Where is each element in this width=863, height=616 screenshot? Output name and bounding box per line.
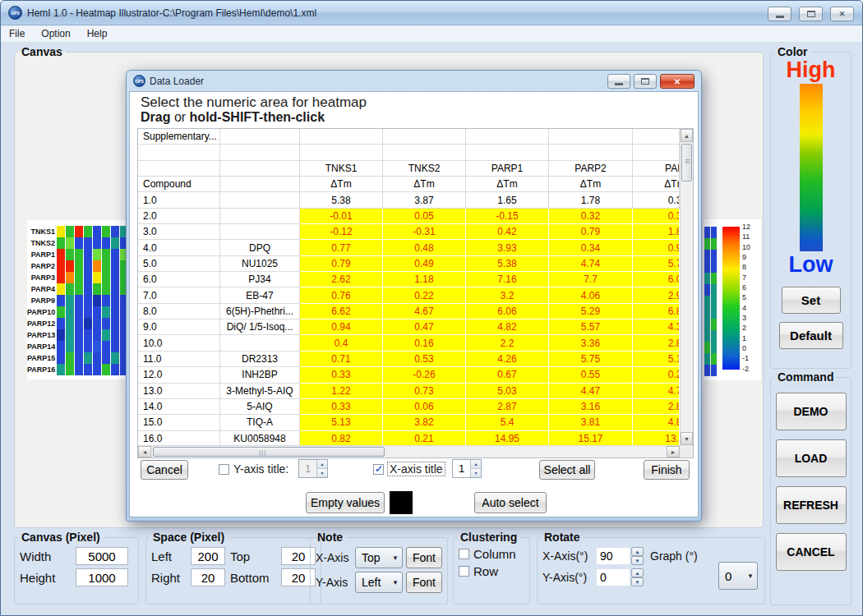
table-cell[interactable]: 5.4: [466, 415, 549, 430]
horizontal-scrollbar[interactable]: ◄ ►: [138, 445, 680, 457]
table-cell[interactable]: INH2BP: [220, 367, 300, 383]
empty-values-button[interactable]: Empty values: [306, 492, 385, 513]
table-cell[interactable]: 0.2: [633, 367, 680, 383]
table-header-cell[interactable]: Compound: [138, 177, 220, 192]
table-cell[interactable]: 0.94: [300, 319, 383, 335]
table-cell[interactable]: 3.16: [549, 399, 633, 415]
table-cell[interactable]: 0.67: [466, 367, 549, 383]
table-cell[interactable]: 0.79: [300, 256, 383, 272]
y-axis-font-button[interactable]: Font: [406, 572, 442, 593]
table-header-cell[interactable]: ΔTm: [466, 177, 549, 192]
table-header-cell[interactable]: [383, 129, 466, 145]
table-cell[interactable]: 5.13: [300, 415, 383, 430]
table-cell[interactable]: KU0058948: [220, 431, 300, 445]
close-button[interactable]: ✕: [830, 7, 854, 21]
spin-down-icon[interactable]: ▼: [471, 469, 481, 477]
table-cell[interactable]: 1.22: [300, 384, 383, 399]
table-header-cell[interactable]: [633, 145, 680, 160]
table-cell[interactable]: 8.0: [138, 304, 220, 319]
width-field[interactable]: 5000: [76, 547, 128, 565]
table-cell[interactable]: 3.2: [466, 287, 549, 303]
table-header-cell[interactable]: PARP2: [549, 161, 633, 177]
table-cell[interactable]: 3.87: [383, 192, 466, 208]
table-header-cell[interactable]: [549, 129, 633, 145]
table-header-cell[interactable]: [138, 161, 220, 177]
data-table[interactable]: Supplementary...TNKS1TNKS2PARP1PARP2PARC…: [138, 129, 680, 445]
height-field[interactable]: 1000: [76, 568, 128, 586]
table-cell[interactable]: 14.95: [466, 431, 549, 445]
table-header-cell[interactable]: [466, 129, 549, 145]
rotate-x-axis-spinner[interactable]: ▲▼: [631, 547, 644, 565]
table-cell[interactable]: 13.0: [138, 384, 220, 399]
graph-rotate-dropdown[interactable]: 0▼: [718, 562, 758, 590]
table-cell[interactable]: 16.0: [138, 431, 220, 445]
load-button[interactable]: LOAD: [776, 439, 847, 477]
space-right-field[interactable]: 20: [191, 568, 225, 586]
table-cell[interactable]: [220, 224, 300, 240]
table-cell[interactable]: [220, 209, 300, 224]
rotate-y-axis-spinner[interactable]: ▲▼: [631, 568, 644, 586]
menu-option[interactable]: Option: [33, 26, 78, 41]
spin-down-icon[interactable]: ▼: [631, 556, 644, 565]
table-cell[interactable]: 4.7: [633, 384, 680, 399]
table-cell[interactable]: TIQ-A: [220, 415, 300, 430]
table-cell[interactable]: 6(5H)-Phethri...: [220, 304, 300, 319]
table-cell[interactable]: 0.53: [383, 352, 466, 367]
table-header-cell[interactable]: TNKS1: [300, 161, 383, 177]
auto-select-button[interactable]: Auto select: [474, 492, 547, 513]
spin-up-icon[interactable]: ▲: [471, 460, 481, 469]
spin-down-icon[interactable]: ▼: [631, 577, 644, 586]
rotate-x-axis-field[interactable]: 90: [597, 548, 630, 564]
rotate-y-axis-field[interactable]: 0: [597, 569, 630, 586]
dialog-minimize-button[interactable]: [607, 74, 630, 89]
table-header-cell[interactable]: [300, 129, 383, 145]
menu-help[interactable]: Help: [79, 26, 116, 41]
table-cell[interactable]: 11.0: [138, 352, 220, 367]
set-button[interactable]: Set: [782, 287, 841, 314]
table-cell[interactable]: -0.01: [300, 209, 383, 224]
table-cell[interactable]: 1.18: [383, 272, 466, 287]
table-header-cell[interactable]: PAR: [633, 161, 680, 177]
table-header-cell[interactable]: [633, 129, 680, 145]
table-cell[interactable]: 0.77: [300, 240, 383, 255]
table-cell[interactable]: 3-Methyl-5-AIQ: [220, 384, 300, 399]
table-cell[interactable]: [220, 192, 300, 208]
table-cell[interactable]: 4.06: [549, 287, 633, 303]
table-cell[interactable]: 0.22: [383, 287, 466, 303]
table-cell[interactable]: 4.82: [466, 319, 549, 335]
y-axis-title-checkbox[interactable]: [219, 464, 229, 475]
table-cell[interactable]: 6.8: [633, 304, 680, 319]
table-cell[interactable]: 2.8: [633, 335, 680, 351]
spin-down-icon[interactable]: ▼: [317, 469, 327, 477]
table-cell[interactable]: 0.32: [549, 209, 633, 224]
finish-button[interactable]: Finish: [644, 460, 690, 480]
select-all-button[interactable]: Select all: [539, 460, 595, 480]
table-cell[interactable]: DR2313: [220, 352, 300, 367]
scroll-right-icon[interactable]: ►: [667, 446, 680, 457]
table-header-cell[interactable]: [220, 129, 300, 145]
dialog-close-button[interactable]: ✕: [660, 74, 695, 89]
table-cell[interactable]: 0.76: [300, 287, 383, 303]
table-cell[interactable]: 5.38: [300, 192, 383, 208]
table-header-cell[interactable]: ΔTm: [633, 177, 680, 192]
heatmap-preview-right[interactable]: 1211109876543210-1-2: [704, 219, 761, 380]
table-cell[interactable]: 9.0: [138, 319, 220, 335]
table-cell[interactable]: 4.47: [549, 384, 633, 399]
table-cell[interactable]: 4.0: [138, 240, 220, 255]
table-cell[interactable]: 0.47: [383, 319, 466, 335]
table-cell[interactable]: 0.49: [383, 256, 466, 272]
table-cell[interactable]: 4.3: [633, 319, 680, 335]
table-cell[interactable]: 5.0: [138, 256, 220, 272]
spin-up-icon[interactable]: ▲: [317, 460, 327, 469]
table-cell[interactable]: DPQ: [220, 240, 300, 255]
table-cell[interactable]: 6.0: [138, 272, 220, 287]
scroll-up-icon[interactable]: ▲: [681, 129, 693, 142]
table-cell[interactable]: 5.57: [549, 319, 633, 335]
spin-up-icon[interactable]: ▲: [631, 547, 644, 556]
dialog-title-bar[interactable]: GPS Data Loader ✕: [129, 71, 699, 91]
y-axis-position-dropdown[interactable]: Left▼: [355, 572, 403, 593]
x-axis-font-button[interactable]: Font: [406, 547, 442, 568]
table-cell[interactable]: [220, 335, 300, 351]
table-cell[interactable]: 0.73: [383, 384, 466, 399]
clustering-column-checkbox[interactable]: [459, 549, 469, 559]
